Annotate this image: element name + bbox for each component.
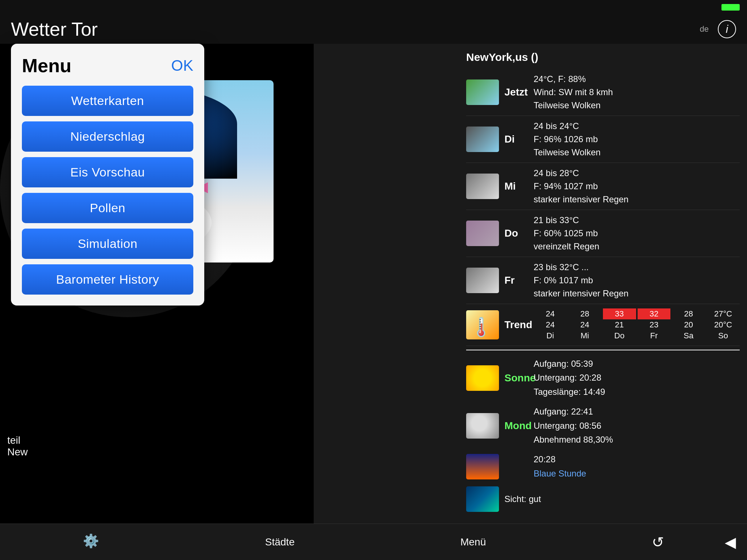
left-weather-text: teil New bbox=[7, 435, 28, 458]
gear-icon: ⚙️ bbox=[83, 533, 99, 549]
status-bar bbox=[0, 0, 747, 15]
menu-title: Menu bbox=[22, 55, 71, 77]
trend-top-row: 24 28 33 32 28 27°C bbox=[534, 308, 740, 319]
back-icon: ◀ bbox=[725, 534, 736, 551]
weather-row-di: Di 24 bis 24°C F: 96% 1026 mb Teilweise … bbox=[466, 116, 740, 163]
trend-day-4: Sa bbox=[672, 330, 705, 341]
nav-refresh[interactable]: ↺ bbox=[652, 534, 664, 551]
cities-label: Städte bbox=[265, 536, 295, 548]
trend-bot-3: 23 bbox=[638, 319, 671, 330]
menu-header: Menu OK bbox=[22, 55, 193, 77]
app-title: Wetter Tor bbox=[11, 18, 98, 40]
info-mi: 24 bis 28°C F: 94% 1027 mb starker inten… bbox=[534, 167, 628, 206]
info-now: 24°C, F: 88% Wind: SW mit 8 kmh Teilweis… bbox=[534, 73, 613, 112]
info-do: 21 bis 33°C F: 60% 1025 mb vereinzelt Re… bbox=[534, 214, 599, 253]
thumb-di bbox=[466, 127, 499, 152]
info-di: 24 bis 24°C F: 96% 1026 mb Teilweise Wol… bbox=[534, 120, 601, 159]
bottom-nav: ⚙️ Städte Menü ↺ ◀ bbox=[0, 524, 747, 560]
trend-bot-4: 20 bbox=[672, 319, 705, 330]
blue-hour-thumb bbox=[466, 454, 499, 479]
info-button[interactable]: i bbox=[718, 20, 736, 38]
trend-bot-5: 20°C bbox=[707, 319, 740, 330]
day-now: Jetzt bbox=[504, 86, 534, 98]
trend-row: 🌡️ Trend 24 28 33 32 28 27°C 24 24 21 23… bbox=[466, 304, 740, 346]
thumb-do bbox=[466, 221, 499, 246]
partial-text-1: teil bbox=[7, 435, 28, 446]
trend-top-4: 28 bbox=[672, 308, 705, 319]
trend-day-2: Do bbox=[603, 330, 636, 341]
trend-bot-1: 24 bbox=[568, 319, 601, 330]
visibility-info: Sicht: gut bbox=[504, 492, 541, 506]
sun-thumb bbox=[466, 365, 499, 391]
blue-hour-info: 20:28 Blaue Stunde bbox=[534, 452, 586, 481]
visibility-row: Sicht: gut bbox=[466, 483, 740, 515]
weather-row-now: Jetzt 24°C, F: 88% Wind: SW mit 8 kmh Te… bbox=[466, 69, 740, 116]
menu-overlay: Menu OK Wetterkarten Niederschlag Eis Vo… bbox=[11, 44, 204, 306]
visibility-thumb bbox=[466, 486, 499, 512]
trend-bot-2: 21 bbox=[603, 319, 636, 330]
trend-top-5: 27°C bbox=[707, 308, 740, 319]
thumb-fr bbox=[466, 268, 499, 293]
info-fr: 23 bis 32°C ... F: 0% 1017 mb starker in… bbox=[534, 261, 628, 300]
trend-thumb: 🌡️ bbox=[466, 310, 499, 339]
trend-day-0: Di bbox=[534, 330, 567, 341]
blue-hour-label: Blaue Stunde bbox=[534, 467, 586, 481]
menu-item-simulation[interactable]: Simulation bbox=[22, 229, 193, 259]
nav-menu[interactable]: Menü bbox=[460, 536, 486, 548]
sun-info: Aufgang: 05:39 Untergang: 20:28 Tageslän… bbox=[534, 357, 605, 399]
location-title: NewYork,us () bbox=[466, 51, 740, 63]
menu-ok-button[interactable]: OK bbox=[171, 57, 193, 74]
lang-label: de bbox=[700, 24, 709, 34]
section-divider bbox=[466, 350, 740, 350]
moon-label: Mond bbox=[504, 420, 534, 432]
menu-item-eis-vorschau[interactable]: Eis Vorschau bbox=[22, 157, 193, 187]
moon-astro-thumb bbox=[466, 413, 499, 439]
trend-day-1: Mi bbox=[568, 330, 601, 341]
trend-day-3: Fr bbox=[638, 330, 671, 341]
moon-row: Mond Aufgang: 22:41 Untergang: 08:56 Abn… bbox=[466, 402, 740, 450]
right-panel: NewYork,us () Jetzt 24°C, F: 88% Wind: S… bbox=[459, 44, 747, 524]
menu-item-niederschlag[interactable]: Niederschlag bbox=[22, 121, 193, 152]
trend-day-row: Di Mi Do Fr Sa So bbox=[534, 330, 740, 341]
nav-settings[interactable]: ⚙️ bbox=[83, 533, 99, 551]
menu-item-barometer-history[interactable]: Barometer History bbox=[22, 264, 193, 295]
trend-day-5: So bbox=[707, 330, 740, 341]
moon-info: Aufgang: 22:41 Untergang: 08:56 Abnehmen… bbox=[534, 405, 613, 447]
refresh-icon: ↺ bbox=[652, 534, 664, 551]
sun-row: Sonne Aufgang: 05:39 Untergang: 20:28 Ta… bbox=[466, 354, 740, 402]
menu-item-wetterkarten[interactable]: Wetterkarten bbox=[22, 86, 193, 116]
day-do: Do bbox=[504, 228, 534, 239]
blue-hour-row: 20:28 Blaue Stunde bbox=[466, 450, 740, 483]
nav-back[interactable]: ◀ bbox=[725, 534, 736, 551]
trend-label: Trend bbox=[504, 319, 534, 331]
trend-bottom-row: 24 24 21 23 20 20°C bbox=[534, 319, 740, 330]
menu-nav-label: Menü bbox=[460, 536, 486, 548]
menu-item-pollen[interactable]: Pollen bbox=[22, 193, 193, 223]
weather-row-do: Do 21 bis 33°C F: 60% 1025 mb vereinzelt… bbox=[466, 210, 740, 257]
thumb-now bbox=[466, 79, 499, 105]
thumb-mi bbox=[466, 174, 499, 199]
nav-cities[interactable]: Städte bbox=[265, 536, 295, 548]
trend-bot-0: 24 bbox=[534, 319, 567, 330]
weather-row-fr: Fr 23 bis 32°C ... F: 0% 1017 mb starker… bbox=[466, 257, 740, 304]
day-fr: Fr bbox=[504, 275, 534, 286]
header: Wetter Tor de i bbox=[0, 15, 747, 44]
trend-top-0: 24 bbox=[534, 308, 567, 319]
battery-icon bbox=[721, 4, 740, 11]
trend-top-2: 33 bbox=[603, 308, 636, 319]
trend-grid-container: 24 28 33 32 28 27°C 24 24 21 23 20 20°C … bbox=[534, 308, 740, 341]
day-mi: Mi bbox=[504, 180, 534, 192]
day-di: Di bbox=[504, 133, 534, 145]
trend-top-3: 32 bbox=[638, 308, 671, 319]
weather-row-mi: Mi 24 bis 28°C F: 94% 1027 mb starker in… bbox=[466, 163, 740, 210]
sun-label: Sonne bbox=[504, 372, 534, 384]
partial-text-2: New bbox=[7, 446, 28, 458]
trend-top-1: 28 bbox=[568, 308, 601, 319]
